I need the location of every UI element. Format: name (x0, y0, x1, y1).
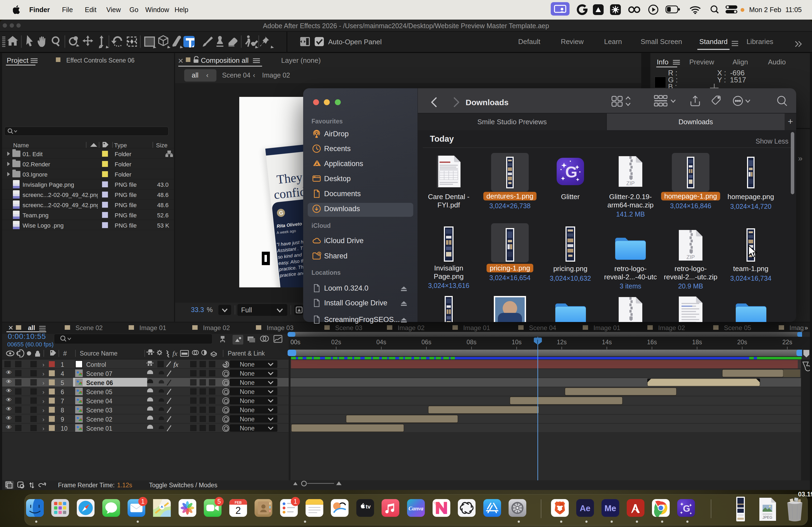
svg-text:Me: Me (605, 504, 616, 513)
svg-text:ZIP: ZIP (686, 254, 695, 260)
svg-text:Parent & Link: Parent & Link (228, 350, 265, 357)
svg-text:20s: 20s (737, 338, 747, 346)
svg-text:12s: 12s (557, 338, 567, 346)
svg-text:06s: 06s (421, 338, 431, 346)
svg-text:18s: 18s (692, 338, 702, 346)
svg-text:22s: 22s (782, 338, 792, 346)
svg-text:tv: tv (366, 503, 371, 510)
svg-text:Canva: Canva (408, 505, 423, 512)
svg-text:2: 2 (235, 505, 241, 516)
svg-text:ZIP: ZIP (626, 321, 635, 322)
svg-text:ZIP: ZIP (626, 180, 635, 186)
svg-text:02s: 02s (331, 338, 341, 346)
svg-text:JPEG: JPEG (763, 515, 772, 520)
svg-text:04s: 04s (376, 338, 386, 346)
svg-text:Review: Review (561, 37, 583, 46)
svg-text:Learn: Learn (604, 37, 622, 46)
svg-text:G: G (683, 503, 690, 514)
svg-text:Standard: Standard (699, 37, 728, 46)
svg-text:Default: Default (518, 37, 540, 46)
svg-text:fx: fx (173, 361, 178, 368)
svg-text::00s: :00s (291, 338, 301, 346)
svg-text:fx: fx (172, 350, 177, 358)
svg-text:Libraries: Libraries (746, 37, 773, 46)
svg-text:Ae: Ae (580, 504, 591, 513)
svg-text:FEB: FEB (235, 500, 242, 505)
svg-text:#: # (63, 350, 67, 357)
svg-text:08s: 08s (466, 338, 476, 346)
svg-text:Small Screen: Small Screen (641, 37, 682, 46)
svg-text:Source Name: Source Name (80, 350, 118, 357)
svg-text:G: G (565, 163, 577, 181)
svg-text:16s: 16s (647, 338, 657, 346)
svg-text:10s: 10s (511, 338, 521, 346)
svg-text:Auto-Open Panel: Auto-Open Panel (328, 38, 381, 46)
svg-text:14s: 14s (602, 338, 612, 346)
